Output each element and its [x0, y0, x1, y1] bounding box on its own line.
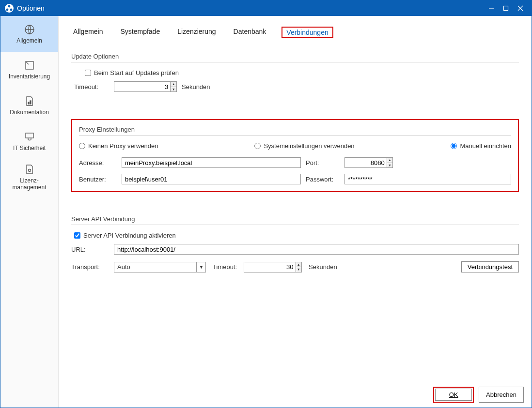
svg-rect-12: [26, 133, 33, 138]
check-updates-checkbox[interactable]: [85, 70, 91, 76]
sidebar-item-lizenzmanagement[interactable]: Lizenz- management: [0, 159, 58, 195]
titlebar: Optionen: [0, 0, 532, 16]
divider: [79, 135, 511, 136]
sidebar-item-inventarisierung[interactable]: Inventarisierung: [0, 52, 58, 88]
ok-button[interactable]: OK: [435, 389, 472, 401]
divider: [71, 225, 519, 225]
proxy-none-option[interactable]: Keinen Proxy verwenden: [79, 142, 158, 150]
api-url-label: URL:: [71, 246, 109, 253]
proxy-address-input[interactable]: [122, 157, 301, 168]
check-updates-label: Beim Start auf Updates prüfen: [94, 69, 179, 76]
divider: [71, 62, 519, 62]
app-logo-icon: [4, 3, 14, 13]
section-proxy-title: Proxy Einstellungen: [79, 126, 511, 133]
section-api-title: Server API Verbindung: [71, 215, 519, 223]
spin-down-icon[interactable]: ▼: [296, 267, 302, 272]
svg-point-1: [8, 5, 11, 8]
proxy-system-radio[interactable]: [254, 143, 261, 149]
inventory-icon: [24, 60, 35, 71]
proxy-system-option[interactable]: Systemeinstellungen verwenden: [254, 142, 354, 150]
proxy-user-label: Benutzer:: [79, 176, 117, 183]
sidebar-item-label: Dokumentation: [10, 109, 49, 116]
svg-point-13: [28, 169, 31, 171]
spin-up-icon[interactable]: ▲: [171, 82, 176, 87]
update-timeout-label: Timeout:: [74, 83, 109, 91]
proxy-highlight-box: Proxy Einstellungen Keinen Proxy verwend…: [71, 119, 519, 192]
sidebar-item-label: Allgemein: [16, 37, 42, 44]
sidebar-item-it-sicherheit[interactable]: IT Sicherheit: [0, 123, 58, 159]
proxy-address-label: Adresse:: [79, 159, 117, 166]
proxy-pass-label: Passwort:: [306, 176, 340, 183]
svg-rect-5: [504, 6, 508, 11]
proxy-port-stepper[interactable]: ▲▼: [344, 157, 393, 168]
sidebar-item-allgemein[interactable]: Allgemein: [0, 16, 58, 52]
api-timeout-input[interactable]: [244, 262, 295, 272]
svg-point-2: [6, 9, 9, 11]
proxy-manual-option[interactable]: Manuell einrichten: [451, 142, 511, 150]
api-enable-label: Server API Verbindung aktivieren: [83, 232, 176, 239]
sidebar: Allgemein Inventarisierung Dokumentation…: [0, 16, 59, 408]
shield-icon: [24, 131, 35, 143]
spin-up-icon[interactable]: ▲: [296, 262, 302, 268]
proxy-none-radio[interactable]: [79, 143, 85, 149]
api-transport-select[interactable]: Auto ▼: [114, 262, 206, 272]
spin-up-icon[interactable]: ▲: [387, 158, 392, 163]
seconds-label: Sekunden: [182, 83, 210, 91]
proxy-port-input[interactable]: [345, 158, 387, 167]
document-icon: [24, 95, 35, 107]
window-title: Optionen: [17, 4, 484, 12]
tab-bar: Allgemein Systempfade Lizenzierung Daten…: [59, 16, 532, 44]
tab-verbindungen[interactable]: Verbindungen: [282, 27, 333, 38]
svg-rect-10: [28, 102, 29, 104]
seconds-label: Sekunden: [309, 263, 337, 271]
proxy-manual-radio[interactable]: [451, 143, 457, 149]
chevron-down-icon: ▼: [196, 262, 203, 272]
update-timeout-input[interactable]: [114, 82, 170, 91]
license-icon: [24, 164, 35, 175]
svg-rect-11: [30, 101, 31, 104]
tab-systempfade[interactable]: Systempfade: [118, 27, 162, 38]
tab-datenbank[interactable]: Datenbank: [232, 27, 268, 38]
section-update-title: Update Optionen: [71, 53, 519, 60]
api-transport-label: Transport:: [71, 263, 109, 271]
spin-down-icon[interactable]: ▼: [171, 87, 176, 92]
ok-button-highlight: OK: [433, 387, 474, 403]
proxy-pass-input[interactable]: [344, 174, 511, 184]
cancel-button[interactable]: Abbrechen: [479, 387, 524, 403]
api-timeout-stepper[interactable]: ▲▼: [244, 262, 302, 272]
sidebar-item-label: Lizenz- management: [12, 177, 46, 191]
svg-point-3: [10, 9, 13, 11]
globe-icon: [24, 24, 35, 35]
sidebar-item-label: IT Sicherheit: [13, 145, 46, 151]
footer: OK Abbrechen: [59, 382, 532, 408]
tab-allgemein[interactable]: Allgemein: [71, 27, 105, 38]
maximize-button[interactable]: [499, 2, 513, 14]
sidebar-item-dokumentation[interactable]: Dokumentation: [0, 88, 58, 123]
sidebar-item-label: Inventarisierung: [9, 73, 50, 80]
update-timeout-stepper[interactable]: ▲▼: [114, 81, 177, 92]
proxy-port-label: Port:: [306, 159, 340, 166]
spin-down-icon[interactable]: ▼: [387, 163, 392, 168]
close-button[interactable]: [513, 2, 528, 14]
api-timeout-label: Timeout:: [213, 263, 237, 271]
proxy-user-input[interactable]: [122, 174, 301, 184]
minimize-button[interactable]: [484, 2, 499, 14]
api-url-input[interactable]: [114, 244, 519, 255]
tab-lizenzierung[interactable]: Lizenzierung: [175, 27, 218, 38]
connection-test-button[interactable]: Verbindungstest: [461, 261, 519, 272]
api-enable-checkbox[interactable]: [74, 232, 80, 239]
